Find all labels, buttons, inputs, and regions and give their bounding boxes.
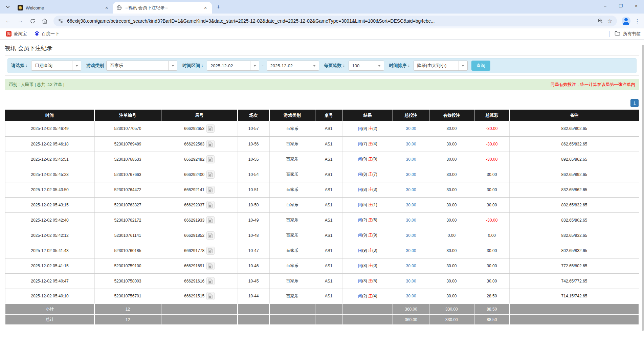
window-close-button[interactable]: ×: [628, 0, 644, 12]
home-icon[interactable]: [39, 16, 50, 26]
total-bet-link[interactable]: 30.00: [406, 187, 416, 192]
video-replay-button[interactable]: [206, 277, 215, 285]
forward-icon[interactable]: →: [15, 16, 26, 26]
tab-close-icon[interactable]: ×: [104, 5, 110, 11]
cell-valid-bet: 30.00: [429, 136, 474, 152]
result-player-score: (2): [362, 218, 368, 222]
tab-close-icon[interactable]: ×: [202, 5, 208, 11]
page-1-button[interactable]: 1: [630, 99, 639, 107]
zoom-icon[interactable]: [597, 18, 603, 24]
baidu-paw-icon: [34, 31, 40, 37]
footer-valid-bet: 330.00: [429, 314, 474, 325]
total-bet-link[interactable]: 30.00: [406, 264, 416, 268]
result-banker-score: (3): [372, 248, 377, 253]
total-bet-link[interactable]: 30.00: [406, 294, 416, 298]
total-bet-link[interactable]: 30.00: [406, 248, 416, 253]
video-replay-button[interactable]: [206, 247, 215, 255]
cell-total-bet[interactable]: 30.00: [393, 258, 429, 273]
result-banker-score: (3): [372, 187, 377, 192]
query-type-select[interactable]: 日期查询: [31, 61, 81, 71]
total-bet-link[interactable]: 30.00: [406, 172, 416, 177]
tab-bet-record[interactable]: :::视讯 会员下注纪录::: ×: [113, 2, 212, 14]
total-bet-link[interactable]: 30.00: [406, 218, 416, 223]
game-category-select[interactable]: 百家乐: [106, 61, 177, 71]
cell-remark: 862.65/892.65: [510, 167, 639, 182]
video-replay-button[interactable]: [206, 292, 215, 300]
video-replay-button[interactable]: [206, 186, 215, 194]
chevron-down-icon[interactable]: [310, 61, 319, 70]
chevron-down-icon[interactable]: [168, 61, 177, 70]
footer-empty-cell: [342, 304, 393, 314]
date-end-input[interactable]: 2025-12-02: [267, 61, 319, 71]
cell-total-bet[interactable]: 30.00: [393, 212, 429, 228]
result-banker-score: (0): [372, 263, 377, 268]
footer-empty-cell: [269, 304, 315, 314]
table-row: 2025-12-02 05:42:40523010762172666291933…: [5, 212, 639, 228]
table-row: 2025-12-02 05:46:18523010769489666292563…: [5, 136, 639, 152]
date-start-input[interactable]: 2025-12-02: [207, 61, 259, 71]
all-bookmarks-button[interactable]: 所有书签: [623, 31, 641, 37]
cell-total-bet[interactable]: 30.00: [393, 228, 429, 243]
chevron-down-icon[interactable]: [250, 61, 259, 70]
cell-total-bet[interactable]: 30.00: [393, 136, 429, 152]
video-replay-button[interactable]: [206, 155, 215, 163]
new-tab-button[interactable]: +: [214, 3, 223, 12]
payout-value: 30.00: [487, 187, 497, 192]
video-replay-button[interactable]: [206, 262, 215, 270]
total-bet-link[interactable]: 30.00: [406, 126, 416, 131]
total-bet-link[interactable]: 30.00: [406, 233, 416, 238]
chrome-menu-icon[interactable]: ⋮: [633, 17, 641, 25]
cell-total-bet[interactable]: 30.00: [393, 152, 429, 167]
result-banker-label: 庄: [368, 218, 372, 222]
cell-round-number: 666292563: [161, 136, 238, 152]
site-info-icon[interactable]: [58, 18, 64, 24]
tab-welcome[interactable]: Welcome ×: [14, 2, 113, 14]
window-maximize-button[interactable]: ❐: [613, 0, 628, 12]
cell-total-bet[interactable]: 30.00: [393, 121, 429, 136]
window-minimize-button[interactable]: –: [597, 0, 613, 12]
video-replay-button[interactable]: [206, 140, 215, 148]
video-replay-button[interactable]: [206, 171, 215, 179]
reload-icon[interactable]: [27, 16, 38, 26]
cell-total-bet[interactable]: 30.00: [393, 182, 429, 197]
total-bet-link[interactable]: 30.00: [406, 157, 416, 162]
total-bet-link[interactable]: 30.00: [406, 203, 416, 207]
payout-value: -30.00: [486, 157, 497, 162]
cell-valid-bet: 30.00: [429, 197, 474, 212]
cell-total-bet[interactable]: 30.00: [393, 289, 429, 304]
total-bet-link[interactable]: 30.00: [406, 142, 416, 146]
bookmark-baidu[interactable]: 百度一下: [31, 30, 62, 38]
url-text[interactable]: 66cxkj98.com/game/betrecord_search/kind3…: [67, 18, 594, 24]
address-bar[interactable]: 66cxkj98.com/game/betrecord_search/kind3…: [53, 16, 617, 26]
result-player-label: 闲: [358, 248, 362, 253]
cell-total-bet[interactable]: 30.00: [393, 243, 429, 258]
subtotal-row: 小计12360.00330.0088.50: [5, 304, 639, 314]
video-replay-button[interactable]: [206, 201, 215, 209]
total-bet-link[interactable]: 30.00: [406, 279, 416, 284]
chevron-down-icon[interactable]: [459, 61, 467, 70]
search-button[interactable]: 查询: [471, 61, 490, 71]
video-replay-button[interactable]: [206, 125, 215, 133]
page-scrollbar[interactable]: [642, 45, 644, 331]
profile-avatar[interactable]: [622, 17, 630, 25]
sort-select[interactable]: 降幂(由大到小): [414, 61, 468, 71]
bookmark-taobao[interactable]: 淘 爱淘宝: [3, 30, 29, 38]
cell-time: 2025-12-02 05:40:47: [5, 273, 94, 289]
cell-table-number: AS1: [315, 136, 342, 152]
cell-session: 10-45: [238, 273, 269, 289]
video-replay-button[interactable]: [206, 216, 215, 224]
video-replay-button[interactable]: [206, 231, 215, 240]
chevron-down-icon[interactable]: [72, 61, 81, 70]
film-icon: [208, 263, 213, 269]
page-size-select[interactable]: 100: [349, 61, 384, 71]
back-icon[interactable]: ←: [3, 16, 14, 26]
tab-strip: Welcome × :::视讯 会员下注纪录::: × + – ❐ ×: [0, 0, 644, 14]
cell-round-number: 666292400: [161, 167, 238, 182]
tab-search-chevron-icon[interactable]: [3, 2, 13, 12]
cell-total-bet[interactable]: 30.00: [393, 273, 429, 289]
bookmark-star-icon[interactable]: ☆: [607, 18, 613, 24]
cell-total-bet[interactable]: 30.00: [393, 197, 429, 212]
chevron-down-icon[interactable]: [375, 61, 384, 70]
cell-time: 2025-12-02 05:45:51: [5, 152, 94, 167]
cell-total-bet[interactable]: 30.00: [393, 167, 429, 182]
